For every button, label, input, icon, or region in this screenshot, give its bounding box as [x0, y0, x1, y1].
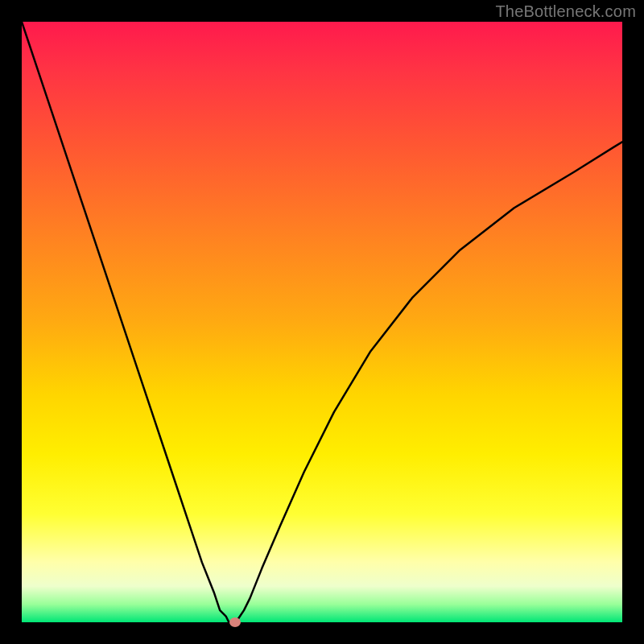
plot-area: [22, 22, 622, 622]
curve-svg: [22, 22, 622, 622]
bottleneck-curve: [22, 22, 622, 622]
optimal-point-marker: [229, 617, 241, 627]
chart-frame: TheBottleneck.com: [0, 0, 644, 644]
watermark-text: TheBottleneck.com: [495, 2, 636, 21]
